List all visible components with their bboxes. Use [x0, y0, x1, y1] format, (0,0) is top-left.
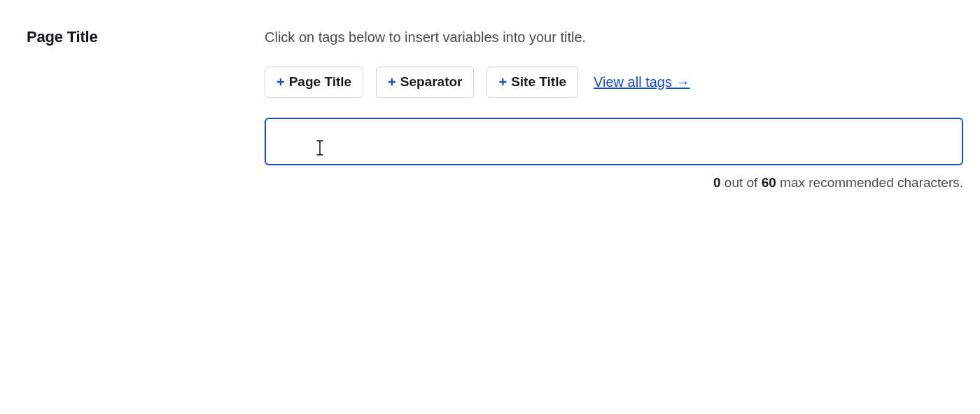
- char-count-current: 0: [713, 175, 721, 190]
- tag-button-label: Site Title: [511, 74, 566, 90]
- plus-icon: +: [276, 75, 285, 89]
- tag-button-site-title[interactable]: + Site Title: [486, 67, 578, 98]
- char-count-max: 60: [762, 175, 776, 190]
- char-count-middle: out of: [721, 175, 762, 190]
- tag-button-label: Separator: [400, 74, 463, 90]
- tag-button-page-title[interactable]: + Page Title: [265, 67, 363, 98]
- character-counter: 0 out of 60 max recommended characters.: [265, 175, 963, 191]
- char-count-suffix: max recommended characters.: [776, 175, 963, 190]
- field-label: Page Title: [27, 28, 265, 46]
- view-all-tags-link[interactable]: View all tags →: [594, 74, 690, 90]
- tag-button-label: Page Title: [289, 74, 351, 90]
- tag-button-separator[interactable]: + Separator: [376, 67, 474, 98]
- plus-icon: +: [498, 75, 507, 89]
- tags-row: + Page Title + Separator + Site Title Vi…: [265, 67, 963, 98]
- helper-text: Click on tags below to insert variables …: [265, 28, 963, 47]
- plus-icon: +: [388, 75, 396, 89]
- page-title-input[interactable]: [265, 118, 963, 165]
